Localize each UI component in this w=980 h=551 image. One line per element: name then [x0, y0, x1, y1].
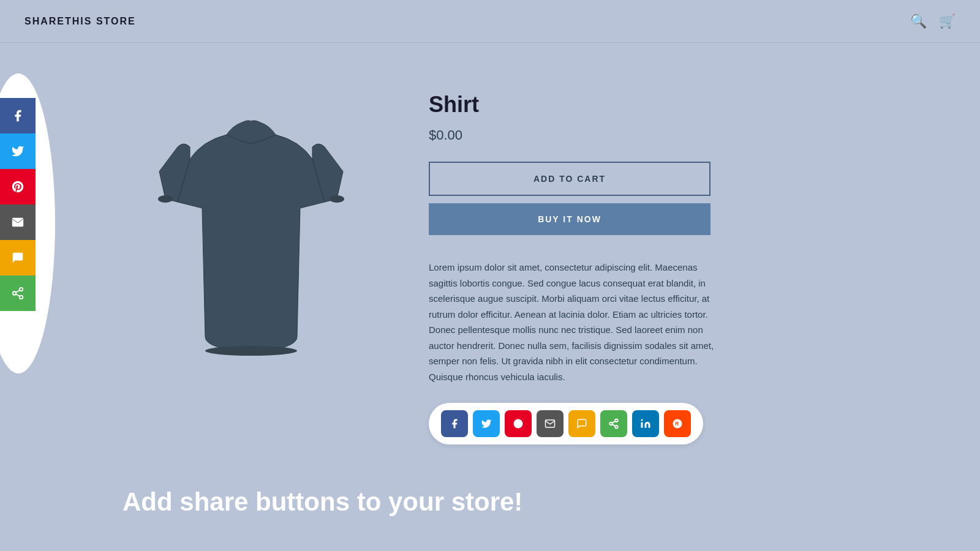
product-info: Shirt $0.00 ADD TO CART BUY IT NOW Lorem…	[429, 80, 858, 444]
svg-text:R: R	[675, 421, 679, 427]
header: SHARETHIS STORE 🔍 🛒	[0, 0, 980, 43]
sidebar-twitter-button[interactable]	[0, 133, 36, 169]
share-reddit-button[interactable]: R	[664, 410, 691, 437]
sidebar-pinterest-button[interactable]	[0, 169, 36, 204]
svg-point-1	[13, 291, 17, 295]
product-image	[141, 80, 361, 386]
share-twitter-button[interactable]	[473, 410, 500, 437]
svg-line-14	[612, 421, 615, 423]
sidebar-sms-button[interactable]	[0, 240, 36, 276]
svg-text:P: P	[516, 420, 520, 427]
svg-point-15	[641, 419, 643, 421]
svg-point-0	[20, 288, 23, 291]
sidebar-facebook-button[interactable]	[0, 98, 36, 133]
share-share-button[interactable]	[600, 410, 627, 437]
share-sms-button[interactable]	[568, 410, 595, 437]
footer-banner-text: Add share buttons to your store!	[123, 487, 858, 517]
share-email-button[interactable]	[537, 410, 564, 437]
share-buttons-row: P R	[429, 403, 703, 444]
product-title: Shirt	[429, 92, 858, 118]
svg-point-11	[609, 422, 612, 425]
svg-point-2	[20, 296, 23, 299]
footer-banner: Add share buttons to your store!	[0, 469, 980, 535]
svg-point-6	[330, 195, 344, 203]
cart-icon[interactable]: 🛒	[939, 13, 956, 29]
store-logo: SHARETHIS STORE	[24, 16, 136, 27]
header-actions: 🔍 🛒	[910, 13, 956, 29]
main-content: Shirt $0.00 ADD TO CART BUY IT NOW Lorem…	[0, 43, 980, 469]
search-icon[interactable]: 🔍	[910, 13, 927, 29]
product-image-area	[123, 80, 380, 444]
svg-point-12	[615, 425, 618, 429]
sidebar-share-button[interactable]	[0, 276, 36, 311]
product-price: $0.00	[429, 127, 858, 143]
svg-point-5	[158, 195, 173, 203]
share-linkedin-button[interactable]	[632, 410, 659, 437]
svg-line-13	[612, 424, 615, 426]
svg-line-4	[16, 290, 20, 293]
share-facebook-button[interactable]	[441, 410, 468, 437]
svg-point-7	[205, 346, 297, 356]
share-pinterest-button[interactable]: P	[505, 410, 532, 437]
svg-line-3	[16, 294, 20, 296]
social-sidebar	[0, 98, 36, 311]
sidebar-email-button[interactable]	[0, 204, 36, 240]
svg-point-10	[615, 419, 618, 422]
add-to-cart-button[interactable]: ADD TO CART	[429, 162, 710, 196]
buy-now-button[interactable]: BUY IT NOW	[429, 203, 710, 235]
product-description: Lorem ipsum dolor sit amet, consectetur …	[429, 260, 717, 384]
